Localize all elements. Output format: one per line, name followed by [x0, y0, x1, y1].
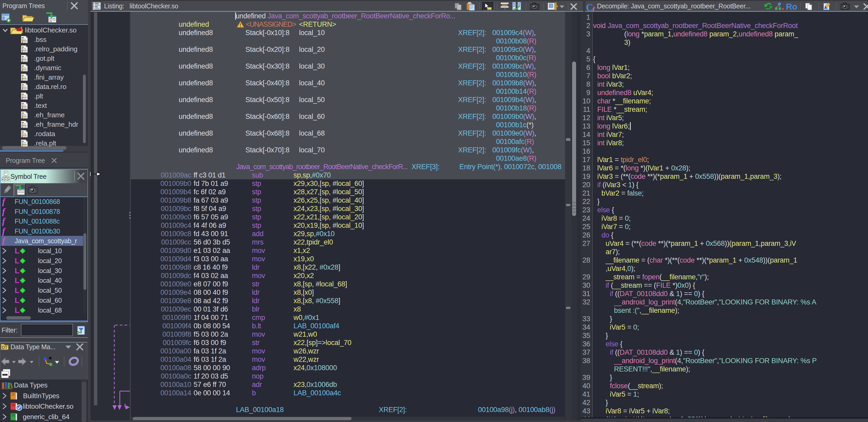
- svg-text:DT: DT: [2, 345, 8, 350]
